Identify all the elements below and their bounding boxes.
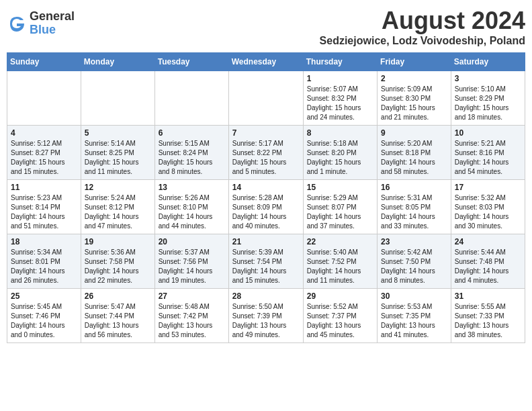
calendar-cell: 21Sunrise: 5:39 AM Sunset: 7:54 PM Dayli… xyxy=(228,234,303,289)
day-number: 15 xyxy=(307,183,373,192)
calendar-cell: 28Sunrise: 5:50 AM Sunset: 7:39 PM Dayli… xyxy=(228,289,303,343)
calendar-cell: 7Sunrise: 5:17 AM Sunset: 8:22 PM Daylig… xyxy=(228,126,303,180)
day-number: 19 xyxy=(85,237,151,246)
day-info: Sunrise: 5:26 AM Sunset: 8:10 PM Dayligh… xyxy=(159,193,225,231)
location-subtitle: Sedziejowice, Lodz Voivodeship, Poland xyxy=(320,35,525,47)
day-number: 25 xyxy=(11,291,77,301)
day-info: Sunrise: 5:37 AM Sunset: 7:56 PM Dayligh… xyxy=(159,248,225,285)
day-number: 9 xyxy=(381,128,447,138)
calendar-cell: 22Sunrise: 5:40 AM Sunset: 7:52 PM Dayli… xyxy=(303,234,377,289)
weekday-header: Friday xyxy=(378,53,451,71)
day-info: Sunrise: 5:52 AM Sunset: 7:37 PM Dayligh… xyxy=(307,302,373,340)
day-number: 2 xyxy=(381,74,447,83)
day-number: 24 xyxy=(455,237,521,246)
calendar-cell: 24Sunrise: 5:44 AM Sunset: 7:48 PM Dayli… xyxy=(451,234,525,289)
day-number: 14 xyxy=(232,183,300,192)
weekday-header: Monday xyxy=(81,53,154,71)
day-info: Sunrise: 5:36 AM Sunset: 7:58 PM Dayligh… xyxy=(85,248,151,285)
day-info: Sunrise: 5:40 AM Sunset: 7:52 PM Dayligh… xyxy=(307,248,373,285)
calendar-cell: 31Sunrise: 5:55 AM Sunset: 7:33 PM Dayli… xyxy=(451,289,525,343)
calendar-cell: 27Sunrise: 5:48 AM Sunset: 7:42 PM Dayli… xyxy=(154,289,228,343)
calendar-week-row: 18Sunrise: 5:34 AM Sunset: 8:01 PM Dayli… xyxy=(7,234,525,289)
day-info: Sunrise: 5:29 AM Sunset: 8:07 PM Dayligh… xyxy=(307,193,373,231)
day-info: Sunrise: 5:34 AM Sunset: 8:01 PM Dayligh… xyxy=(11,248,77,285)
page-header: General Blue August 2024 Sedziejowice, L… xyxy=(7,7,525,47)
day-info: Sunrise: 5:14 AM Sunset: 8:25 PM Dayligh… xyxy=(85,139,151,177)
calendar-cell: 14Sunrise: 5:28 AM Sunset: 8:09 PM Dayli… xyxy=(228,180,303,234)
day-info: Sunrise: 5:31 AM Sunset: 8:05 PM Dayligh… xyxy=(381,193,447,231)
calendar-cell: 29Sunrise: 5:52 AM Sunset: 7:37 PM Dayli… xyxy=(303,289,377,343)
calendar-cell: 4Sunrise: 5:12 AM Sunset: 8:27 PM Daylig… xyxy=(7,126,81,180)
calendar-cell: 30Sunrise: 5:53 AM Sunset: 7:35 PM Dayli… xyxy=(378,289,451,343)
day-info: Sunrise: 5:23 AM Sunset: 8:14 PM Dayligh… xyxy=(11,193,77,231)
calendar-cell: 20Sunrise: 5:37 AM Sunset: 7:56 PM Dayli… xyxy=(154,234,228,289)
day-number: 26 xyxy=(85,291,151,301)
day-number: 4 xyxy=(11,128,77,138)
day-number: 29 xyxy=(307,291,373,301)
day-number: 13 xyxy=(159,183,225,192)
day-number: 17 xyxy=(455,183,521,192)
day-info: Sunrise: 5:20 AM Sunset: 8:18 PM Dayligh… xyxy=(381,139,447,177)
calendar-table: SundayMondayTuesdayWednesdayThursdayFrid… xyxy=(7,52,525,343)
calendar-cell xyxy=(7,71,81,126)
day-info: Sunrise: 5:09 AM Sunset: 8:30 PM Dayligh… xyxy=(381,85,447,122)
day-number: 8 xyxy=(307,128,373,138)
calendar-week-row: 4Sunrise: 5:12 AM Sunset: 8:27 PM Daylig… xyxy=(7,126,525,180)
title-block: August 2024 Sedziejowice, Lodz Voivodesh… xyxy=(320,7,525,47)
day-info: Sunrise: 5:18 AM Sunset: 8:20 PM Dayligh… xyxy=(307,139,373,177)
calendar-cell: 12Sunrise: 5:24 AM Sunset: 8:12 PM Dayli… xyxy=(81,180,154,234)
calendar-cell: 15Sunrise: 5:29 AM Sunset: 8:07 PM Dayli… xyxy=(303,180,377,234)
day-info: Sunrise: 5:47 AM Sunset: 7:44 PM Dayligh… xyxy=(85,302,151,340)
day-number: 3 xyxy=(455,74,521,83)
logo-icon xyxy=(7,13,27,34)
day-info: Sunrise: 5:17 AM Sunset: 8:22 PM Dayligh… xyxy=(232,139,300,177)
day-number: 7 xyxy=(232,128,300,138)
calendar-cell: 25Sunrise: 5:45 AM Sunset: 7:46 PM Dayli… xyxy=(7,289,81,343)
day-number: 12 xyxy=(85,183,151,192)
day-number: 30 xyxy=(381,291,447,301)
day-info: Sunrise: 5:48 AM Sunset: 7:42 PM Dayligh… xyxy=(159,302,225,340)
day-info: Sunrise: 5:39 AM Sunset: 7:54 PM Dayligh… xyxy=(232,248,300,285)
day-info: Sunrise: 5:15 AM Sunset: 8:24 PM Dayligh… xyxy=(159,139,225,177)
calendar-cell: 19Sunrise: 5:36 AM Sunset: 7:58 PM Dayli… xyxy=(81,234,154,289)
calendar-cell: 26Sunrise: 5:47 AM Sunset: 7:44 PM Dayli… xyxy=(81,289,154,343)
calendar-cell: 10Sunrise: 5:21 AM Sunset: 8:16 PM Dayli… xyxy=(451,126,525,180)
calendar-cell: 11Sunrise: 5:23 AM Sunset: 8:14 PM Dayli… xyxy=(7,180,81,234)
logo-general: General xyxy=(30,10,75,24)
day-info: Sunrise: 5:32 AM Sunset: 8:03 PM Dayligh… xyxy=(455,193,521,231)
calendar-cell: 2Sunrise: 5:09 AM Sunset: 8:30 PM Daylig… xyxy=(378,71,451,126)
weekday-header: Sunday xyxy=(7,53,81,71)
day-info: Sunrise: 5:12 AM Sunset: 8:27 PM Dayligh… xyxy=(11,139,77,177)
day-number: 16 xyxy=(381,183,447,192)
calendar-week-row: 1Sunrise: 5:07 AM Sunset: 8:32 PM Daylig… xyxy=(7,71,525,126)
calendar-week-row: 25Sunrise: 5:45 AM Sunset: 7:46 PM Dayli… xyxy=(7,289,525,343)
calendar-cell: 8Sunrise: 5:18 AM Sunset: 8:20 PM Daylig… xyxy=(303,126,377,180)
day-info: Sunrise: 5:21 AM Sunset: 8:16 PM Dayligh… xyxy=(455,139,521,177)
calendar-cell: 18Sunrise: 5:34 AM Sunset: 8:01 PM Dayli… xyxy=(7,234,81,289)
day-number: 28 xyxy=(232,291,300,301)
weekday-header: Saturday xyxy=(451,53,525,71)
calendar-cell: 23Sunrise: 5:42 AM Sunset: 7:50 PM Dayli… xyxy=(378,234,451,289)
day-info: Sunrise: 5:53 AM Sunset: 7:35 PM Dayligh… xyxy=(381,302,447,340)
day-info: Sunrise: 5:28 AM Sunset: 8:09 PM Dayligh… xyxy=(232,193,300,231)
calendar-header-row: SundayMondayTuesdayWednesdayThursdayFrid… xyxy=(7,53,525,71)
day-number: 5 xyxy=(85,128,151,138)
day-number: 1 xyxy=(307,74,373,83)
day-number: 6 xyxy=(159,128,225,138)
calendar-cell xyxy=(154,71,228,126)
calendar-cell: 13Sunrise: 5:26 AM Sunset: 8:10 PM Dayli… xyxy=(154,180,228,234)
weekday-header: Wednesday xyxy=(228,53,303,71)
calendar-cell: 6Sunrise: 5:15 AM Sunset: 8:24 PM Daylig… xyxy=(154,126,228,180)
day-number: 20 xyxy=(159,237,225,246)
calendar-cell: 17Sunrise: 5:32 AM Sunset: 8:03 PM Dayli… xyxy=(451,180,525,234)
weekday-header: Tuesday xyxy=(154,53,228,71)
logo-blue: Blue xyxy=(30,24,75,37)
calendar-cell: 16Sunrise: 5:31 AM Sunset: 8:05 PM Dayli… xyxy=(378,180,451,234)
day-info: Sunrise: 5:45 AM Sunset: 7:46 PM Dayligh… xyxy=(11,302,77,340)
weekday-header: Thursday xyxy=(303,53,377,71)
day-number: 27 xyxy=(159,291,225,301)
day-number: 21 xyxy=(232,237,300,246)
calendar-cell: 9Sunrise: 5:20 AM Sunset: 8:18 PM Daylig… xyxy=(378,126,451,180)
day-info: Sunrise: 5:10 AM Sunset: 8:29 PM Dayligh… xyxy=(455,85,521,122)
calendar-cell: 3Sunrise: 5:10 AM Sunset: 8:29 PM Daylig… xyxy=(451,71,525,126)
